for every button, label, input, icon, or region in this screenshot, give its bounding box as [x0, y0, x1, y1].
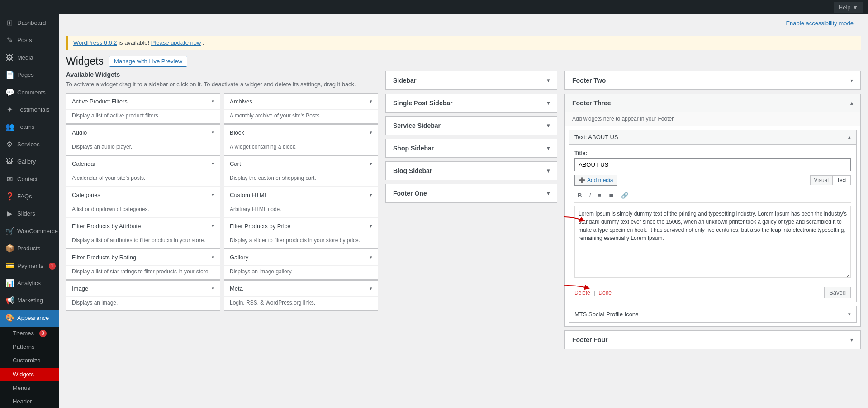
sidebar-widget-header[interactable]: Shop Sidebar ▾: [386, 139, 557, 157]
admin-notice: WordPress 6.6.2 is available! Please upd…: [66, 36, 861, 50]
sidebar-item-dashboard[interactable]: ⊞ Dashboard: [0, 14, 59, 32]
italic-button[interactable]: I: [586, 190, 594, 201]
widget-audio: Audio ▾ Displays an audio player.: [66, 124, 220, 155]
widget-header[interactable]: Active Product Filters ▾: [66, 94, 220, 109]
bold-button[interactable]: B: [574, 190, 585, 201]
footer-four-header[interactable]: Footer Four ▾: [565, 331, 860, 349]
sidebar-item-pages[interactable]: 📄 Pages: [0, 66, 59, 84]
themes-badge: 3: [39, 330, 47, 337]
sidebar-item-contact[interactable]: ✉ Contact: [0, 171, 59, 188]
widget-header[interactable]: Filter Products by Rating ▾: [66, 249, 220, 265]
chevron-down-icon: ▾: [212, 98, 214, 104]
sidebar-item-comments[interactable]: 💬 Comments: [0, 84, 59, 101]
sidebar-item-testimonials[interactable]: ✦ Testimonials: [0, 101, 59, 118]
done-link[interactable]: Done: [598, 290, 612, 296]
widget-desc: Displays an image gallery.: [224, 265, 378, 279]
widget-header[interactable]: Cart ▾: [224, 156, 378, 172]
sidebar-item-services[interactable]: ⚙ Services: [0, 136, 59, 153]
sidebar-item-faqs[interactable]: ❓ FAQs: [0, 188, 59, 205]
unordered-list-button[interactable]: ≡: [595, 190, 605, 201]
dashboard-icon: ⊞: [5, 18, 14, 28]
wp-update-link[interactable]: WordPress 6.6.2: [73, 39, 117, 46]
sidebar-widget-single-post: Single Post Sidebar ▾: [385, 94, 557, 113]
footer-two-header[interactable]: Footer Two ▾: [565, 71, 860, 89]
widget-desc: Displays an audio player.: [66, 141, 220, 155]
widget-header[interactable]: Gallery ▾: [224, 249, 378, 265]
widget-desc: Display a list of star ratings to filter…: [66, 265, 220, 279]
widget-header[interactable]: Calendar ▾: [66, 156, 220, 172]
sidebar-subitem-menus[interactable]: Menus: [0, 381, 59, 395]
widget-header[interactable]: Archives ▾: [224, 94, 378, 109]
update-now-link[interactable]: Please update now: [151, 39, 201, 46]
widget-header[interactable]: Filter Products by Price ▾: [224, 218, 378, 234]
sidebar-item-appearance[interactable]: 🎨 Appearance: [0, 310, 59, 327]
sidebar-widget-header[interactable]: Sidebar ▾: [386, 71, 557, 89]
widget-gallery: Gallery ▾ Displays an image gallery.: [224, 249, 378, 280]
widget-categories: Categories ▾ A list or dropdown of categ…: [66, 187, 220, 217]
saved-button: Saved: [824, 287, 851, 298]
chevron-up-icon: ▴: [848, 134, 851, 140]
sidebar-subitem-widgets[interactable]: Widgets: [0, 368, 59, 381]
widget-col-2: Archives ▾ A monthly archive of your sit…: [224, 93, 378, 311]
sidebar-subitem-customize[interactable]: Customize: [0, 354, 59, 367]
widget-desc: Display a list of attributes to filter p…: [66, 234, 220, 248]
widget-desc: Arbitrary HTML code.: [224, 203, 378, 217]
text-widget-header[interactable]: Text: ABOUT US ▴: [569, 130, 856, 145]
text-tab[interactable]: Text: [833, 175, 851, 185]
chevron-down-icon: ▾: [547, 77, 550, 84]
widget-header[interactable]: Image ▾: [66, 281, 220, 296]
sidebar-subitem-themes[interactable]: Themes 3: [0, 327, 59, 340]
widget-header[interactable]: Custom HTML ▾: [224, 187, 378, 203]
chevron-down-icon: ▾: [212, 161, 214, 167]
sidebar-item-media[interactable]: 🖼 Media: [0, 49, 59, 66]
sidebar-item-posts[interactable]: ✎ Posts: [0, 32, 59, 49]
help-button[interactable]: Help ▼: [834, 2, 863, 13]
teams-icon: 👥: [5, 122, 14, 132]
widget-header[interactable]: Block ▾: [224, 125, 378, 141]
sidebar-item-gallery[interactable]: 🖼 Gallery: [0, 153, 59, 170]
faqs-icon: ❓: [5, 192, 14, 202]
chevron-down-icon: ▾: [212, 130, 214, 136]
sidebar-item-products[interactable]: 📦 Products: [0, 240, 59, 257]
sidebar-widget-service: Service Sidebar ▾: [385, 116, 557, 135]
sidebar-widget-header[interactable]: Service Sidebar ▾: [386, 117, 557, 135]
widget-header[interactable]: Categories ▾: [66, 187, 220, 203]
sidebar-widget-header[interactable]: Footer One ▾: [386, 184, 557, 202]
chevron-down-icon: ▾: [547, 168, 550, 174]
add-media-button[interactable]: ➕ Add media: [574, 175, 617, 186]
step3-arrow: [564, 281, 592, 295]
footer-three-description: Add widgets here to appear in your Foote…: [565, 112, 860, 126]
widget-filter-by-price: Filter Products by Price ▾ Display a sli…: [224, 218, 378, 249]
visual-tab[interactable]: Visual: [810, 175, 833, 185]
sidebar-item-sliders[interactable]: ▶ Sliders: [0, 205, 59, 222]
gallery-icon: 🖼: [5, 157, 14, 167]
sidebar-item-payments[interactable]: 💳 Payments 1: [0, 257, 59, 274]
widget-header[interactable]: Meta ▾: [224, 281, 378, 296]
sidebar-subitem-patterns[interactable]: Patterns: [0, 340, 59, 354]
plus-icon: ➕: [579, 177, 585, 183]
sidebar-subitem-header[interactable]: Header: [0, 395, 59, 408]
title-input[interactable]: [574, 158, 851, 171]
footer-three-header[interactable]: Footer Three ▴: [565, 94, 860, 112]
main-content: Enable accessibility mode WordPress 6.6.…: [59, 14, 868, 408]
widget-desc: A list or dropdown of categories.: [66, 203, 220, 217]
ordered-list-button[interactable]: ≣: [606, 190, 617, 201]
mts-social-header[interactable]: MTS Social Profile Icons ▾: [569, 306, 856, 322]
sidebar-item-teams[interactable]: 👥 Teams: [0, 118, 59, 136]
accessibility-link[interactable]: Enable accessibility mode: [778, 16, 861, 30]
sidebar-widget-header[interactable]: Blog Sidebar ▾: [386, 162, 557, 180]
widget-footer: Delete | Done Saved Step 3: [569, 283, 856, 302]
sidebar-item-analytics[interactable]: 📊 Analytics: [0, 275, 59, 292]
widget-header[interactable]: Audio ▾: [66, 125, 220, 141]
widget-header[interactable]: Filter Products by Attribute ▾: [66, 218, 220, 234]
sidebar-item-marketing[interactable]: 📢 Marketing: [0, 292, 59, 309]
notice-period: .: [203, 39, 204, 46]
live-preview-button[interactable]: Manage with Live Preview: [109, 56, 187, 67]
link-button[interactable]: 🔗: [618, 190, 631, 201]
widget-block: Block ▾ A widget containing a block.: [224, 124, 378, 155]
sidebar-widget-header[interactable]: Single Post Sidebar ▾: [386, 94, 557, 112]
sidebar-item-woocommerce[interactable]: 🛒 WooCommerce: [0, 223, 59, 240]
mts-social-widget: MTS Social Profile Icons ▾: [569, 306, 857, 323]
lorem-text-area[interactable]: Lorem Ipsum is simply dummy text of the …: [574, 206, 851, 278]
appearance-submenu: Themes 3 Patterns Customize Widgets Menu…: [0, 327, 59, 408]
